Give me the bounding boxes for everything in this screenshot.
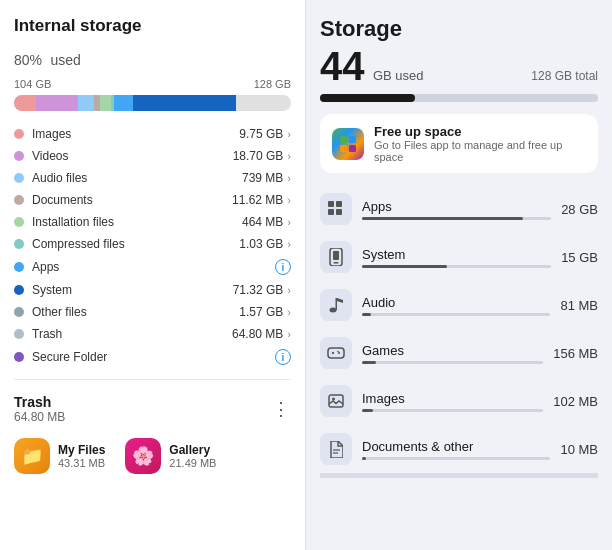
app-size: 43.31 MB <box>58 457 105 469</box>
info-icon[interactable]: i <box>275 259 291 275</box>
item-size: 1.57 GB <box>239 305 283 319</box>
storage-item-bar <box>362 457 550 460</box>
color-dot <box>14 173 24 183</box>
color-dot <box>14 352 24 362</box>
system-icon <box>320 241 352 273</box>
storage-item-name: Images <box>362 391 543 406</box>
storage-list: Images9.75 GB›Videos18.70 GB›Audio files… <box>14 123 291 369</box>
item-name: Videos <box>32 149 233 163</box>
item-name: Compressed files <box>32 237 239 251</box>
svg-rect-5 <box>336 201 342 207</box>
free-space-card[interactable]: Free up space Go to Files app to manage … <box>320 114 598 173</box>
svg-rect-2 <box>340 145 347 152</box>
app-item[interactable]: 📁My Files43.31 MB <box>14 438 105 474</box>
svg-rect-7 <box>336 209 342 215</box>
color-dot <box>14 217 24 227</box>
app-size: 21.49 MB <box>169 457 216 469</box>
audio-icon <box>320 289 352 321</box>
color-dot <box>14 285 24 295</box>
svg-rect-13 <box>328 348 344 358</box>
svg-point-16 <box>338 352 340 354</box>
chevron-right-icon: › <box>287 238 291 250</box>
color-dot <box>14 329 24 339</box>
storage-item-bar <box>362 313 550 316</box>
item-name: Images <box>32 127 239 141</box>
usage-bar <box>320 94 598 102</box>
images-icon <box>320 385 352 417</box>
item-name: System <box>32 283 233 297</box>
list-item[interactable]: Audio files739 MB› <box>14 167 291 189</box>
app-item[interactable]: 🌸Gallery21.49 MB <box>125 438 216 474</box>
storage-item-name: System <box>362 247 551 262</box>
item-name: Other files <box>32 305 239 319</box>
right-panel: Storage 44 GB used 128 GB total Free up … <box>306 0 612 550</box>
storage-item-name: Audio <box>362 295 550 310</box>
usage-bar-fill <box>320 94 415 102</box>
list-item[interactable]: Installation files464 MB› <box>14 211 291 233</box>
list-item[interactable]: Secure Folderi <box>14 345 291 369</box>
storage-item-size: 156 MB <box>553 346 598 361</box>
list-item[interactable]: Compressed files1.03 GB› <box>14 233 291 255</box>
svg-rect-10 <box>334 262 339 264</box>
storage-items-list: Apps28 GBSystem15 GBAudio81 MBGames156 M… <box>320 185 598 473</box>
storage-heading: Storage <box>320 16 598 42</box>
list-item[interactable]: Appsi <box>14 255 291 279</box>
list-item[interactable]: System71.32 GB› <box>14 279 291 301</box>
svg-point-11 <box>330 308 337 313</box>
item-name: Audio files <box>32 171 242 185</box>
more-options-icon[interactable]: ⋮ <box>272 398 291 420</box>
storage-item[interactable]: System15 GB <box>320 233 598 281</box>
trash-size: 64.80 MB <box>14 410 65 424</box>
item-size: 1.03 GB <box>239 237 283 251</box>
app-name: Gallery <box>169 443 216 457</box>
chevron-right-icon: › <box>287 172 291 184</box>
item-size: 464 MB <box>242 215 283 229</box>
list-item[interactable]: Images9.75 GB› <box>14 123 291 145</box>
storage-item-name: Games <box>362 343 543 358</box>
svg-rect-9 <box>333 251 339 260</box>
app-name: My Files <box>58 443 105 457</box>
left-panel: Internal storage 80% used 104 GB 128 GB … <box>0 0 306 550</box>
gallery-icon: 🌸 <box>125 438 161 474</box>
storage-bar <box>14 95 291 111</box>
total-label: 128 GB total <box>531 69 598 83</box>
list-item[interactable]: Documents11.62 MB› <box>14 189 291 211</box>
info-icon[interactable]: i <box>275 349 291 365</box>
storage-item-name: Documents & other <box>362 439 550 454</box>
chevron-right-icon: › <box>287 284 291 296</box>
item-size: 739 MB <box>242 171 283 185</box>
app-row: 📁My Files43.31 MB🌸Gallery21.49 MB <box>14 438 291 474</box>
list-item[interactable]: Other files1.57 GB› <box>14 301 291 323</box>
chevron-right-icon: › <box>287 306 291 318</box>
chevron-right-icon: › <box>287 194 291 206</box>
color-dot <box>14 239 24 249</box>
storage-item[interactable]: Documents & other10 MB <box>320 425 598 473</box>
storage-item-name: Apps <box>362 199 551 214</box>
games-icon <box>320 337 352 369</box>
storage-item[interactable]: Images102 MB <box>320 377 598 425</box>
svg-rect-4 <box>328 201 334 207</box>
list-item[interactable]: Videos18.70 GB› <box>14 145 291 167</box>
used-percent: 80% used <box>14 38 291 72</box>
storage-item[interactable]: Apps28 GB <box>320 185 598 233</box>
list-item[interactable]: Trash64.80 MB› <box>14 323 291 345</box>
storage-item-size: 10 MB <box>560 442 598 457</box>
color-dot <box>14 307 24 317</box>
storage-item-bar <box>362 361 543 364</box>
storage-item-bar <box>362 409 543 412</box>
item-name: Documents <box>32 193 232 207</box>
storage-item[interactable]: Audio81 MB <box>320 281 598 329</box>
storage-item-size: 28 GB <box>561 202 598 217</box>
apps-icon <box>320 193 352 225</box>
storage-item[interactable]: Games156 MB <box>320 329 598 377</box>
storage-item-size: 15 GB <box>561 250 598 265</box>
free-space-title: Free up space <box>374 124 586 139</box>
svg-rect-6 <box>328 209 334 215</box>
files-icon <box>332 128 364 160</box>
color-dot <box>14 151 24 161</box>
svg-rect-18 <box>329 395 343 407</box>
color-dot <box>14 195 24 205</box>
divider <box>320 477 598 478</box>
gb-used-label: GB used <box>373 68 424 83</box>
item-name: Trash <box>32 327 232 341</box>
